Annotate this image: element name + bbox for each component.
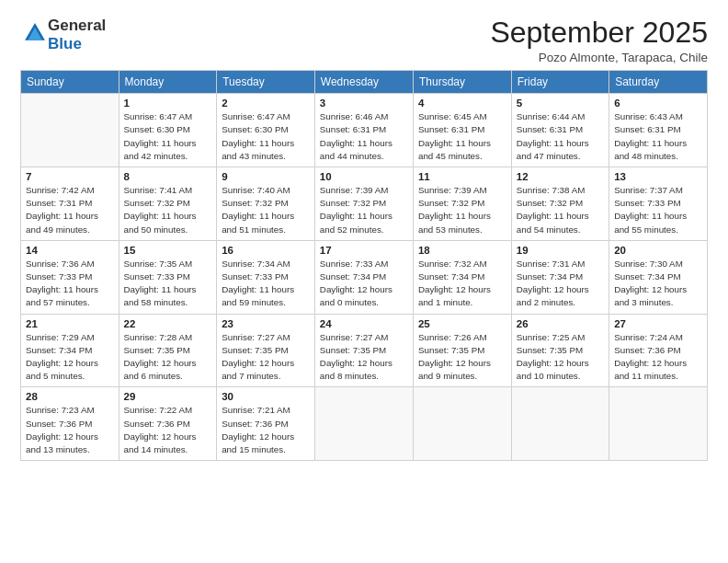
day-number: 13 [614, 171, 702, 182]
day-cell: 30Sunrise: 7:21 AM Sunset: 7:36 PM Dayli… [217, 387, 315, 461]
day-number: 6 [614, 98, 702, 109]
col-friday: Friday [511, 71, 609, 94]
day-cell: 3Sunrise: 6:46 AM Sunset: 6:31 PM Daylig… [314, 94, 413, 167]
day-number: 1 [124, 98, 212, 109]
day-info: Sunrise: 7:21 AM Sunset: 7:36 PM Dayligh… [222, 404, 310, 456]
day-info: Sunrise: 7:23 AM Sunset: 7:36 PM Dayligh… [26, 404, 114, 456]
day-cell: 14Sunrise: 7:36 AM Sunset: 7:33 PM Dayli… [21, 240, 119, 314]
week-row-3: 14Sunrise: 7:36 AM Sunset: 7:33 PM Dayli… [21, 240, 708, 314]
day-info: Sunrise: 7:33 AM Sunset: 7:34 PM Dayligh… [320, 258, 408, 310]
day-number: 27 [614, 318, 702, 329]
day-cell [413, 387, 511, 461]
col-tuesday: Tuesday [217, 71, 315, 94]
day-number: 25 [418, 318, 506, 329]
day-number: 8 [124, 171, 212, 182]
day-cell: 6Sunrise: 6:43 AM Sunset: 6:31 PM Daylig… [609, 94, 708, 167]
day-cell: 20Sunrise: 7:30 AM Sunset: 7:34 PM Dayli… [609, 240, 708, 314]
day-number: 26 [517, 318, 604, 329]
day-cell: 23Sunrise: 7:27 AM Sunset: 7:35 PM Dayli… [217, 314, 315, 387]
day-info: Sunrise: 7:24 AM Sunset: 7:36 PM Dayligh… [614, 331, 702, 384]
week-row-5: 28Sunrise: 7:23 AM Sunset: 7:36 PM Dayli… [21, 387, 708, 461]
week-row-1: 1Sunrise: 6:47 AM Sunset: 6:30 PM Daylig… [21, 94, 708, 167]
weekday-row: Sunday Monday Tuesday Wednesday Thursday… [21, 71, 708, 94]
logo: General Blue [20, 17, 106, 52]
day-cell: 25Sunrise: 7:26 AM Sunset: 7:35 PM Dayli… [413, 314, 511, 387]
day-number: 22 [124, 318, 212, 329]
day-info: Sunrise: 6:47 AM Sunset: 6:30 PM Dayligh… [222, 110, 310, 163]
week-row-4: 21Sunrise: 7:29 AM Sunset: 7:34 PM Dayli… [21, 314, 708, 387]
day-number: 28 [26, 391, 114, 402]
header: General Blue September 2025 Pozo Almonte… [20, 17, 708, 64]
day-cell: 22Sunrise: 7:28 AM Sunset: 7:35 PM Dayli… [119, 314, 217, 387]
day-number: 16 [222, 245, 310, 256]
day-info: Sunrise: 7:31 AM Sunset: 7:34 PM Dayligh… [517, 258, 604, 310]
day-info: Sunrise: 7:27 AM Sunset: 7:35 PM Dayligh… [222, 331, 310, 384]
day-info: Sunrise: 7:35 AM Sunset: 7:33 PM Dayligh… [124, 258, 212, 310]
day-cell: 27Sunrise: 7:24 AM Sunset: 7:36 PM Dayli… [609, 314, 708, 387]
day-info: Sunrise: 7:39 AM Sunset: 7:32 PM Dayligh… [320, 184, 408, 236]
day-info: Sunrise: 7:28 AM Sunset: 7:35 PM Dayligh… [124, 331, 212, 384]
title-block: September 2025 Pozo Almonte, Tarapaca, C… [490, 17, 708, 64]
day-number: 14 [26, 245, 114, 256]
day-number: 4 [418, 98, 506, 109]
day-cell: 16Sunrise: 7:34 AM Sunset: 7:33 PM Dayli… [217, 240, 315, 314]
day-info: Sunrise: 7:39 AM Sunset: 7:32 PM Dayligh… [418, 184, 506, 236]
logo-icon [22, 20, 48, 46]
day-info: Sunrise: 7:36 AM Sunset: 7:33 PM Dayligh… [26, 258, 114, 310]
month-title: September 2025 [490, 17, 708, 49]
day-cell: 2Sunrise: 6:47 AM Sunset: 6:30 PM Daylig… [217, 94, 315, 167]
day-cell: 13Sunrise: 7:37 AM Sunset: 7:33 PM Dayli… [609, 167, 708, 241]
day-cell [21, 94, 119, 167]
day-info: Sunrise: 6:44 AM Sunset: 6:31 PM Dayligh… [517, 110, 604, 163]
day-number: 12 [517, 171, 604, 182]
day-info: Sunrise: 7:29 AM Sunset: 7:34 PM Dayligh… [26, 331, 114, 384]
col-monday: Monday [119, 71, 217, 94]
col-sunday: Sunday [21, 71, 119, 94]
day-number: 15 [124, 245, 212, 256]
day-cell [511, 387, 609, 461]
day-cell [314, 387, 413, 461]
day-info: Sunrise: 7:38 AM Sunset: 7:32 PM Dayligh… [517, 184, 604, 236]
day-number: 20 [614, 245, 702, 256]
day-number: 2 [222, 98, 310, 109]
day-number: 3 [320, 98, 408, 109]
day-info: Sunrise: 7:41 AM Sunset: 7:32 PM Dayligh… [124, 184, 212, 236]
day-number: 17 [320, 245, 408, 256]
day-cell: 5Sunrise: 6:44 AM Sunset: 6:31 PM Daylig… [511, 94, 609, 167]
day-cell: 12Sunrise: 7:38 AM Sunset: 7:32 PM Dayli… [511, 167, 609, 241]
day-cell: 17Sunrise: 7:33 AM Sunset: 7:34 PM Dayli… [314, 240, 413, 314]
page: General Blue September 2025 Pozo Almonte… [0, 0, 728, 563]
day-cell: 18Sunrise: 7:32 AM Sunset: 7:34 PM Dayli… [413, 240, 511, 314]
week-row-2: 7Sunrise: 7:42 AM Sunset: 7:31 PM Daylig… [21, 167, 708, 241]
day-info: Sunrise: 7:26 AM Sunset: 7:35 PM Dayligh… [418, 331, 506, 384]
day-info: Sunrise: 7:34 AM Sunset: 7:33 PM Dayligh… [222, 258, 310, 310]
day-cell: 9Sunrise: 7:40 AM Sunset: 7:32 PM Daylig… [217, 167, 315, 241]
day-cell: 7Sunrise: 7:42 AM Sunset: 7:31 PM Daylig… [21, 167, 119, 241]
day-info: Sunrise: 6:46 AM Sunset: 6:31 PM Dayligh… [320, 110, 408, 163]
logo-text: General Blue [48, 17, 106, 52]
day-number: 10 [320, 171, 408, 182]
calendar-header: Sunday Monday Tuesday Wednesday Thursday… [21, 71, 708, 94]
calendar: Sunday Monday Tuesday Wednesday Thursday… [20, 70, 708, 461]
calendar-body: 1Sunrise: 6:47 AM Sunset: 6:30 PM Daylig… [21, 94, 708, 461]
day-cell: 11Sunrise: 7:39 AM Sunset: 7:32 PM Dayli… [413, 167, 511, 241]
day-number: 24 [320, 318, 408, 329]
day-cell: 21Sunrise: 7:29 AM Sunset: 7:34 PM Dayli… [21, 314, 119, 387]
day-info: Sunrise: 7:40 AM Sunset: 7:32 PM Dayligh… [222, 184, 310, 236]
day-number: 29 [124, 391, 212, 402]
day-cell: 10Sunrise: 7:39 AM Sunset: 7:32 PM Dayli… [314, 167, 413, 241]
day-info: Sunrise: 7:37 AM Sunset: 7:33 PM Dayligh… [614, 184, 702, 236]
day-cell: 15Sunrise: 7:35 AM Sunset: 7:33 PM Dayli… [119, 240, 217, 314]
day-number: 23 [222, 318, 310, 329]
logo-blue: Blue [48, 35, 82, 52]
day-cell: 19Sunrise: 7:31 AM Sunset: 7:34 PM Dayli… [511, 240, 609, 314]
day-cell: 1Sunrise: 6:47 AM Sunset: 6:30 PM Daylig… [119, 94, 217, 167]
day-number: 7 [26, 171, 114, 182]
day-info: Sunrise: 7:27 AM Sunset: 7:35 PM Dayligh… [320, 331, 408, 384]
day-info: Sunrise: 6:45 AM Sunset: 6:31 PM Dayligh… [418, 110, 506, 163]
day-cell: 29Sunrise: 7:22 AM Sunset: 7:36 PM Dayli… [119, 387, 217, 461]
day-info: Sunrise: 6:47 AM Sunset: 6:30 PM Dayligh… [124, 110, 212, 163]
location: Pozo Almonte, Tarapaca, Chile [490, 51, 708, 64]
day-number: 18 [418, 245, 506, 256]
day-number: 21 [26, 318, 114, 329]
